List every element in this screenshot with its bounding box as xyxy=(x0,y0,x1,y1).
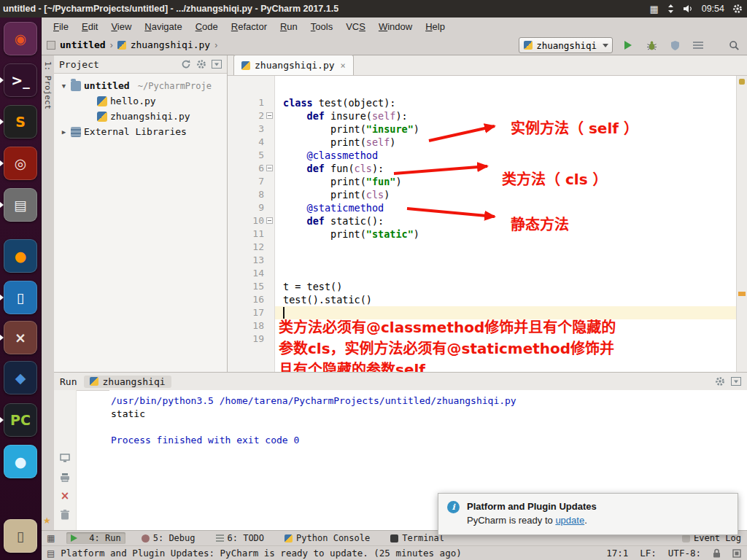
line-ending[interactable]: LF: xyxy=(640,548,657,559)
menu-refactor[interactable]: Refactor xyxy=(225,21,274,32)
menu-code[interactable]: Code xyxy=(189,21,225,32)
launcher-firefox[interactable]: ● xyxy=(4,239,37,273)
launcher-pycharm[interactable]: PC xyxy=(4,403,37,437)
launcher-paint-app[interactable]: ● xyxy=(4,445,37,478)
console-toolbar-column: × xyxy=(54,390,77,530)
settings-button[interactable] xyxy=(196,59,206,69)
search-everywhere-button[interactable] xyxy=(729,40,740,51)
clock[interactable]: 09:54 xyxy=(702,4,724,14)
favorites-star-icon[interactable]: ★ xyxy=(43,516,51,526)
code-line-6[interactable]: def fun(cls): xyxy=(283,162,384,175)
code-line-15[interactable]: t = test() xyxy=(283,280,342,293)
menu-vcs[interactable]: VCS xyxy=(339,21,372,32)
code-line-10[interactable]: def static(): xyxy=(283,214,384,228)
run-tab[interactable]: zhuangshiqi xyxy=(84,376,171,388)
code-line-9[interactable]: @staticmethod xyxy=(283,201,384,214)
menu-file[interactable]: File xyxy=(47,21,75,32)
session-gear-icon[interactable] xyxy=(732,4,743,14)
code-line-8[interactable]: print(cls) xyxy=(283,188,390,201)
line-number: 11 xyxy=(235,228,264,241)
tree-item-external-libraries[interactable]: ▶External Libraries xyxy=(54,124,227,139)
hide-panel-button[interactable] xyxy=(212,60,222,69)
trash-icon: ▯ xyxy=(4,519,37,553)
toolwindow-button-5-debug[interactable]: 5: Debug xyxy=(137,532,200,544)
tool-list-button[interactable] xyxy=(690,38,706,52)
line-number: 17 xyxy=(235,306,264,319)
project-tree: ▼untitled ~/PycharmProjehello.pyzhuangsh… xyxy=(54,74,227,139)
lib-icon xyxy=(71,127,81,137)
status-message[interactable]: Platform and Plugin Updates: PyCharm is … xyxy=(61,548,461,559)
launcher-ubuntu-dash[interactable]: ◉ xyxy=(4,22,37,55)
close-icon[interactable]: × xyxy=(341,61,346,71)
fold-marker[interactable] xyxy=(266,112,273,119)
run-settings-button[interactable] xyxy=(715,376,725,386)
show-console-button[interactable] xyxy=(54,448,76,467)
code-line-7[interactable]: print("fun") xyxy=(283,175,402,188)
tree-item-zhuangshiqi-py[interactable]: zhuangshiqi.py xyxy=(54,109,227,124)
module-icon xyxy=(47,41,55,50)
console-line: static xyxy=(111,408,747,421)
window-titlebar[interactable]: untitled - [~/PycharmProjects/untitled] … xyxy=(0,0,747,18)
breadcrumb-root[interactable]: untitled xyxy=(60,39,106,50)
readonly-lock-button[interactable] xyxy=(713,548,721,558)
coverage-button[interactable] xyxy=(667,38,683,52)
menu-help[interactable]: Help xyxy=(419,21,452,32)
launcher-trash[interactable]: ▯ xyxy=(4,519,37,553)
toolwindow-button-4-run[interactable]: 4: Run xyxy=(66,532,125,544)
update-notification[interactable]: i Platform and Plugin Updates PyCharm is… xyxy=(438,493,738,535)
menu-bar: FileEditViewNavigateCodeRefactorRunTools… xyxy=(41,18,747,35)
run-button[interactable] xyxy=(620,38,636,52)
hide-run-panel-button[interactable] xyxy=(731,377,741,386)
keyboard-indicator-icon[interactable]: ▦ xyxy=(649,4,658,15)
code-line-16[interactable]: test().static() xyxy=(283,293,372,306)
menu-window[interactable]: Window xyxy=(372,21,419,32)
code-line-2[interactable]: def insure(self): xyxy=(283,109,408,122)
tree-item-hello-py[interactable]: hello.py xyxy=(54,93,227,109)
launcher-tweak-tool[interactable]: × xyxy=(4,321,37,354)
launcher-sublime-text[interactable]: S xyxy=(4,105,37,139)
close-icon: × xyxy=(61,489,70,502)
run-icon xyxy=(71,534,85,542)
stripe-mark xyxy=(738,292,746,296)
menu-view[interactable]: View xyxy=(104,21,138,32)
code-line-3[interactable]: print("insure") xyxy=(283,122,419,136)
code-line-5[interactable]: @classmethod xyxy=(283,149,378,162)
toolwindow-button-6-todo[interactable]: 6: TODO xyxy=(212,532,269,544)
breadcrumb-file[interactable]: zhuangshiqi.py xyxy=(131,39,211,50)
menu-navigate[interactable]: Navigate xyxy=(138,21,188,32)
launcher-terminal[interactable]: >_ xyxy=(4,63,37,97)
print-button[interactable] xyxy=(54,467,76,486)
toolwindow-button-python-console[interactable]: Python Console xyxy=(280,532,374,544)
code-line-1[interactable]: class test(object): xyxy=(283,96,395,109)
update-link[interactable]: update xyxy=(555,515,584,526)
menu-run[interactable]: Run xyxy=(274,21,304,32)
widget-icon xyxy=(732,549,741,558)
menu-edit[interactable]: Edit xyxy=(75,21,104,32)
menu-tools[interactable]: Tools xyxy=(304,21,339,32)
volume-icon[interactable] xyxy=(683,4,694,13)
fold-marker[interactable] xyxy=(266,217,273,224)
launcher-text-editor[interactable]: ▯ xyxy=(4,281,37,314)
close-console-button[interactable]: × xyxy=(54,486,76,505)
sync-arrows-icon[interactable] xyxy=(667,4,675,14)
fold-marker[interactable] xyxy=(266,165,273,171)
debug-button[interactable] xyxy=(643,38,659,52)
run-configuration-select[interactable]: zhuangshiqi xyxy=(519,37,613,53)
status-menu-icon[interactable]: ▤ xyxy=(47,548,55,559)
clear-console-button[interactable] xyxy=(54,505,76,524)
notifications-widget[interactable] xyxy=(732,549,741,558)
editor[interactable]: 12345678910111213141516171819 class test… xyxy=(228,76,747,372)
error-stripe[interactable] xyxy=(736,76,747,372)
tree-item-untitled[interactable]: ▼untitled ~/PycharmProje xyxy=(54,78,227,93)
encoding[interactable]: UTF-8: xyxy=(668,548,701,559)
editor-tab[interactable]: zhuangshiqi.py × xyxy=(233,55,354,75)
caret-position[interactable]: 17:1 xyxy=(606,548,628,559)
toolwindow-switcher-icon[interactable]: ▦ xyxy=(47,533,55,543)
code-line-11[interactable]: print("static") xyxy=(283,228,419,241)
refresh-button[interactable] xyxy=(181,59,191,69)
launcher-web-app[interactable]: ◎ xyxy=(4,147,37,180)
launcher-dark-app[interactable]: ◆ xyxy=(4,361,37,394)
code-line-4[interactable]: print(self) xyxy=(283,136,395,149)
project-tool-button[interactable]: 1: Project xyxy=(43,61,53,109)
launcher-archive-manager[interactable]: ▤ xyxy=(4,188,37,222)
